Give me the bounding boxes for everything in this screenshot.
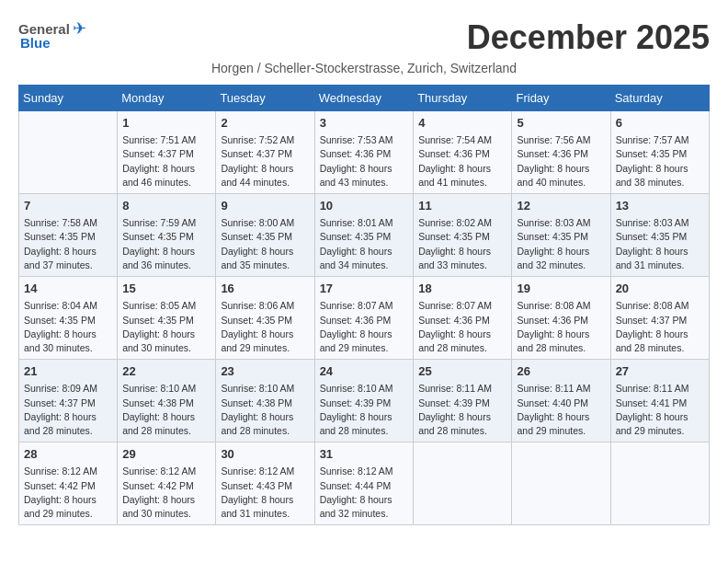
day-number: 13 <box>616 198 704 214</box>
calendar-cell: 25Sunrise: 8:11 AMSunset: 4:39 PMDayligh… <box>414 360 512 442</box>
day-number: 4 <box>418 115 506 132</box>
day-info: Sunrise: 8:09 AMSunset: 4:37 PMDaylight:… <box>24 382 112 438</box>
day-number: 3 <box>320 115 409 132</box>
calendar-cell: 26Sunrise: 8:11 AMSunset: 4:40 PMDayligh… <box>512 360 610 442</box>
day-info: Sunrise: 8:06 AMSunset: 4:35 PMDaylight:… <box>221 299 309 355</box>
day-info: Sunrise: 8:10 AMSunset: 4:39 PMDaylight:… <box>320 382 409 438</box>
calendar-cell: 13Sunrise: 8:03 AMSunset: 4:35 PMDayligh… <box>610 194 709 277</box>
calendar-cell: 27Sunrise: 8:11 AMSunset: 4:41 PMDayligh… <box>610 360 709 442</box>
calendar-cell: 16Sunrise: 8:06 AMSunset: 4:35 PMDayligh… <box>216 277 314 360</box>
logo-text: General <box>18 21 70 37</box>
day-info: Sunrise: 7:54 AMSunset: 4:36 PMDaylight:… <box>418 133 506 190</box>
day-number: 28 <box>24 446 112 463</box>
day-info: Sunrise: 8:05 AMSunset: 4:35 PMDaylight:… <box>122 299 210 355</box>
day-info: Sunrise: 8:08 AMSunset: 4:37 PMDaylight:… <box>616 299 704 355</box>
calendar-cell: 20Sunrise: 8:08 AMSunset: 4:37 PMDayligh… <box>610 277 709 360</box>
day-info: Sunrise: 7:59 AMSunset: 4:35 PMDaylight:… <box>122 216 210 272</box>
day-number: 6 <box>616 115 704 132</box>
day-info: Sunrise: 8:12 AMSunset: 4:42 PMDaylight:… <box>24 465 112 521</box>
day-number: 7 <box>24 198 112 214</box>
calendar-cell: 18Sunrise: 8:07 AMSunset: 4:36 PMDayligh… <box>414 277 512 360</box>
logo-bird-icon: ✈ <box>73 18 86 39</box>
day-number: 29 <box>122 446 210 463</box>
day-number: 14 <box>24 281 112 297</box>
calendar-cell: 24Sunrise: 8:10 AMSunset: 4:39 PMDayligh… <box>314 360 414 442</box>
day-number: 25 <box>418 363 506 380</box>
day-info: Sunrise: 7:56 AMSunset: 4:36 PMDaylight:… <box>517 133 605 190</box>
day-number: 2 <box>221 115 309 132</box>
calendar-cell: 19Sunrise: 8:08 AMSunset: 4:36 PMDayligh… <box>512 277 610 360</box>
calendar-cell: 30Sunrise: 8:12 AMSunset: 4:43 PMDayligh… <box>216 442 314 525</box>
calendar-cell: 12Sunrise: 8:03 AMSunset: 4:35 PMDayligh… <box>512 194 610 277</box>
month-title: December 2025 <box>467 18 710 57</box>
day-info: Sunrise: 8:12 AMSunset: 4:43 PMDaylight:… <box>221 465 309 521</box>
calendar-cell <box>19 111 118 194</box>
day-number: 21 <box>24 363 112 380</box>
calendar-cell: 29Sunrise: 8:12 AMSunset: 4:42 PMDayligh… <box>118 442 216 525</box>
day-number: 22 <box>122 363 210 380</box>
subtitle: Horgen / Scheller-Stockerstrasse, Zurich… <box>18 61 710 75</box>
day-number: 17 <box>320 281 409 297</box>
calendar-cell: 23Sunrise: 8:10 AMSunset: 4:38 PMDayligh… <box>216 360 314 442</box>
day-info: Sunrise: 8:08 AMSunset: 4:36 PMDaylight:… <box>517 299 605 355</box>
calendar-cell <box>512 442 610 525</box>
calendar-cell: 22Sunrise: 8:10 AMSunset: 4:38 PMDayligh… <box>118 360 216 442</box>
column-header-monday: Monday <box>118 86 216 111</box>
day-info: Sunrise: 8:11 AMSunset: 4:41 PMDaylight:… <box>616 382 704 438</box>
column-header-thursday: Thursday <box>414 86 512 111</box>
day-number: 30 <box>221 446 309 463</box>
day-info: Sunrise: 7:53 AMSunset: 4:36 PMDaylight:… <box>320 133 409 190</box>
calendar-cell: 31Sunrise: 8:12 AMSunset: 4:44 PMDayligh… <box>314 442 414 525</box>
day-info: Sunrise: 8:12 AMSunset: 4:44 PMDaylight:… <box>320 465 409 521</box>
day-info: Sunrise: 7:58 AMSunset: 4:35 PMDaylight:… <box>24 216 112 272</box>
day-info: Sunrise: 8:12 AMSunset: 4:42 PMDaylight:… <box>122 465 210 521</box>
calendar-cell: 8Sunrise: 7:59 AMSunset: 4:35 PMDaylight… <box>118 194 216 277</box>
day-info: Sunrise: 8:00 AMSunset: 4:35 PMDaylight:… <box>221 216 309 272</box>
day-number: 19 <box>517 281 605 297</box>
day-info: Sunrise: 8:10 AMSunset: 4:38 PMDaylight:… <box>221 382 309 438</box>
calendar-cell: 9Sunrise: 8:00 AMSunset: 4:35 PMDaylight… <box>216 194 314 277</box>
column-header-wednesday: Wednesday <box>314 86 414 111</box>
calendar-cell: 11Sunrise: 8:02 AMSunset: 4:35 PMDayligh… <box>414 194 512 277</box>
column-header-sunday: Sunday <box>19 86 118 111</box>
day-info: Sunrise: 8:11 AMSunset: 4:40 PMDaylight:… <box>517 382 605 438</box>
column-header-saturday: Saturday <box>610 86 709 111</box>
calendar-cell: 2Sunrise: 7:52 AMSunset: 4:37 PMDaylight… <box>216 111 314 194</box>
calendar-cell <box>414 442 512 525</box>
day-info: Sunrise: 8:03 AMSunset: 4:35 PMDaylight:… <box>517 216 605 272</box>
day-number: 12 <box>517 198 605 214</box>
day-number: 8 <box>122 198 210 214</box>
day-info: Sunrise: 8:02 AMSunset: 4:35 PMDaylight:… <box>418 216 506 272</box>
day-info: Sunrise: 8:11 AMSunset: 4:39 PMDaylight:… <box>418 382 506 438</box>
calendar-cell: 15Sunrise: 8:05 AMSunset: 4:35 PMDayligh… <box>118 277 216 360</box>
calendar-cell: 6Sunrise: 7:57 AMSunset: 4:35 PMDaylight… <box>610 111 709 194</box>
day-number: 9 <box>221 198 309 214</box>
day-number: 20 <box>616 281 704 297</box>
day-number: 26 <box>517 363 605 380</box>
day-number: 10 <box>320 198 409 214</box>
calendar-cell: 3Sunrise: 7:53 AMSunset: 4:36 PMDaylight… <box>314 111 414 194</box>
day-info: Sunrise: 7:52 AMSunset: 4:37 PMDaylight:… <box>221 133 309 190</box>
day-info: Sunrise: 8:03 AMSunset: 4:35 PMDaylight:… <box>616 216 704 272</box>
day-info: Sunrise: 8:07 AMSunset: 4:36 PMDaylight:… <box>418 299 506 355</box>
day-info: Sunrise: 8:07 AMSunset: 4:36 PMDaylight:… <box>320 299 409 355</box>
calendar-cell: 10Sunrise: 8:01 AMSunset: 4:35 PMDayligh… <box>314 194 414 277</box>
calendar-cell: 21Sunrise: 8:09 AMSunset: 4:37 PMDayligh… <box>19 360 118 442</box>
day-number: 23 <box>221 363 309 380</box>
calendar-cell: 5Sunrise: 7:56 AMSunset: 4:36 PMDaylight… <box>512 111 610 194</box>
column-header-friday: Friday <box>512 86 610 111</box>
calendar-cell: 7Sunrise: 7:58 AMSunset: 4:35 PMDaylight… <box>19 194 118 277</box>
day-number: 1 <box>122 115 210 132</box>
day-info: Sunrise: 7:51 AMSunset: 4:37 PMDaylight:… <box>122 133 210 190</box>
column-header-tuesday: Tuesday <box>216 86 314 111</box>
day-info: Sunrise: 7:57 AMSunset: 4:35 PMDaylight:… <box>616 133 704 190</box>
day-number: 16 <box>221 281 309 297</box>
day-number: 15 <box>122 281 210 297</box>
day-number: 31 <box>320 446 409 463</box>
logo: General ✈ Blue <box>18 18 86 51</box>
calendar-cell: 4Sunrise: 7:54 AMSunset: 4:36 PMDaylight… <box>414 111 512 194</box>
day-number: 5 <box>517 115 605 132</box>
day-number: 24 <box>320 363 409 380</box>
calendar-cell: 14Sunrise: 8:04 AMSunset: 4:35 PMDayligh… <box>19 277 118 360</box>
day-info: Sunrise: 8:04 AMSunset: 4:35 PMDaylight:… <box>24 299 112 355</box>
